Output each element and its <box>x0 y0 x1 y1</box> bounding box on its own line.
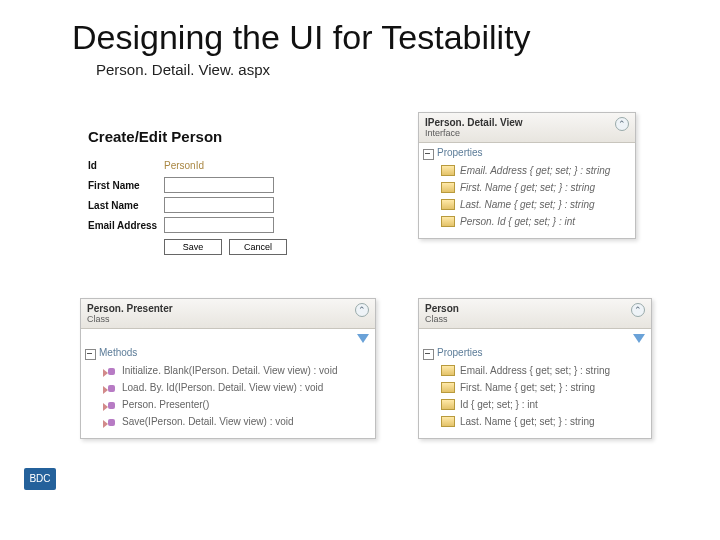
filter-icon[interactable] <box>357 334 369 343</box>
member: Load. By. Id(IPerson. Detail. View view)… <box>122 382 323 393</box>
member: Save(IPerson. Detail. View view) : void <box>122 416 294 427</box>
member-list: Initialize. Blank(IPerson. Detail. View … <box>81 360 375 438</box>
email-input[interactable] <box>164 217 274 233</box>
member: Id { get; set; } : int <box>460 399 538 410</box>
last-name-input[interactable] <box>164 197 274 213</box>
member: Last. Name { get; set; } : string <box>460 416 595 427</box>
slide-number-badge: BDC <box>24 468 56 490</box>
member-list: Email. Address { get; set; } : string Fi… <box>419 360 651 438</box>
method-icon <box>103 416 117 427</box>
form-row-id: Id PersonId <box>88 155 368 175</box>
class-stereotype: Interface <box>425 128 523 138</box>
form-button-row: Save Cancel <box>88 239 368 255</box>
class-stereotype: Class <box>87 314 173 324</box>
member-list: Email. Address { get; set; } : string Fi… <box>419 160 635 238</box>
property-icon <box>441 382 455 393</box>
save-button[interactable]: Save <box>164 239 222 255</box>
method-icon <box>103 382 117 393</box>
method-icon <box>103 399 117 410</box>
form-row-first: First Name <box>88 175 368 195</box>
class-stereotype: Class <box>425 314 459 324</box>
class-box-person: Person Class ⌃ Properties Email. Address… <box>418 298 652 439</box>
member: First. Name { get; set; } : string <box>460 182 595 193</box>
property-icon <box>441 399 455 410</box>
form-panel: Create/Edit Person Id PersonId First Nam… <box>88 128 368 255</box>
member: Email. Address { get; set; } : string <box>460 165 610 176</box>
class-name: IPerson. Detail. View <box>425 117 523 128</box>
section-properties[interactable]: Properties <box>419 343 651 360</box>
cancel-button[interactable]: Cancel <box>229 239 287 255</box>
form-caption: Person. Detail. View. aspx <box>96 61 720 78</box>
class-box-ipersondetailview: IPerson. Detail. View Interface ⌃ Proper… <box>418 112 636 239</box>
class-box-personpresenter: Person. Presenter Class ⌃ Methods Initia… <box>80 298 376 439</box>
collapse-icon[interactable]: ⌃ <box>631 303 645 317</box>
property-icon <box>441 165 455 176</box>
id-value: PersonId <box>164 160 204 171</box>
member: Person. Id { get; set; } : int <box>460 216 575 227</box>
last-name-label: Last Name <box>88 200 164 211</box>
member: Person. Presenter() <box>122 399 209 410</box>
collapse-icon[interactable]: ⌃ <box>355 303 369 317</box>
class-header: IPerson. Detail. View Interface ⌃ <box>419 113 635 143</box>
slide-title: Designing the UI for Testability <box>72 18 720 57</box>
member: Email. Address { get; set; } : string <box>460 365 610 376</box>
member: Initialize. Blank(IPerson. Detail. View … <box>122 365 337 376</box>
email-label: Email Address <box>88 220 164 231</box>
property-icon <box>441 199 455 210</box>
form-row-email: Email Address <box>88 215 368 235</box>
property-icon <box>441 216 455 227</box>
class-header: Person Class ⌃ <box>419 299 651 329</box>
first-name-input[interactable] <box>164 177 274 193</box>
class-name: Person <box>425 303 459 314</box>
id-label: Id <box>88 160 164 171</box>
section-methods[interactable]: Methods <box>81 343 375 360</box>
member: First. Name { get; set; } : string <box>460 382 595 393</box>
method-icon <box>103 365 117 376</box>
section-properties[interactable]: Properties <box>419 143 635 160</box>
class-name: Person. Presenter <box>87 303 173 314</box>
property-icon <box>441 416 455 427</box>
property-icon <box>441 365 455 376</box>
form-row-last: Last Name <box>88 195 368 215</box>
first-name-label: First Name <box>88 180 164 191</box>
collapse-icon[interactable]: ⌃ <box>615 117 629 131</box>
filter-icon[interactable] <box>633 334 645 343</box>
member: Last. Name { get; set; } : string <box>460 199 595 210</box>
class-header: Person. Presenter Class ⌃ <box>81 299 375 329</box>
form-heading: Create/Edit Person <box>88 128 368 145</box>
property-icon <box>441 182 455 193</box>
